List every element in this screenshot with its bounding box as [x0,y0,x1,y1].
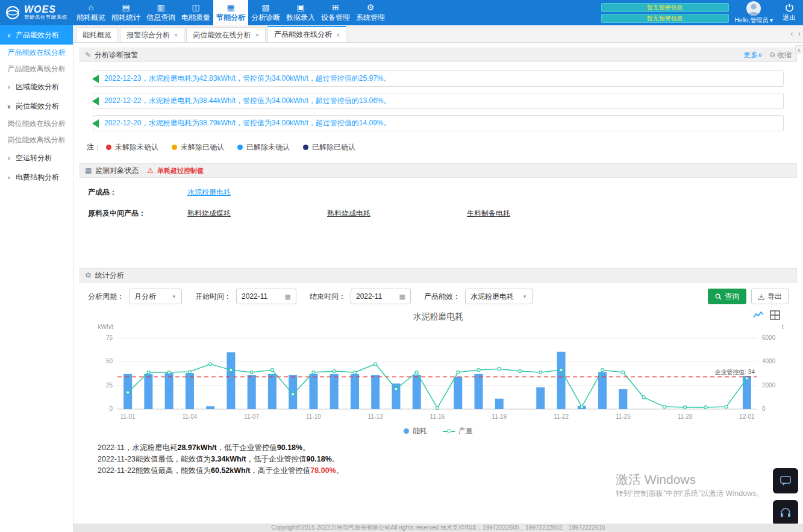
chart-area: 水泥粉磨电耗 kWh/t t 00252000504000756000企业管控值… [80,310,797,440]
legend-output[interactable]: 产量 [443,426,473,436]
summary-line-2: 2022-11-23能效值最低，能效值为3.34kWh/t，低于企业管控值90.… [98,454,797,465]
link-clinker-power[interactable]: 熟料烧成电耗 [327,208,467,219]
panel-title: 分析诊断报警 [95,50,138,60]
svg-text:0: 0 [109,405,113,412]
info-query-icon: ▥ [157,3,164,11]
nav-item-system-management[interactable]: ⚙ 系统管理 [353,0,388,25]
sidebar: ∨ 产品能效分析 产品能效在线分析 产品能效离线分析 › 区域能效分析 ∨ 岗位… [0,25,73,532]
svg-text:11-01: 11-01 [120,413,135,420]
line-chart-view-icon[interactable] [753,310,764,320]
nav-item-data-entry[interactable]: ▣ 数据录入 [283,0,318,25]
svg-text:11-10: 11-10 [306,413,321,420]
nav-item-energy-statistics[interactable]: ▤ 能耗统计 [108,0,143,25]
nav-item-energy-overview[interactable]: ⌂ 能耗概览 [73,0,108,25]
nav-item-energy-saving-analysis[interactable]: ▦ 节能分析 [213,0,248,25]
energy-overview-icon: ⌂ [89,3,93,11]
svg-text:6000: 6000 [762,334,776,341]
sidebar-group-product-efficiency[interactable]: ∨ 产品能效分析 [0,25,73,45]
more-link[interactable]: 更多» [743,50,762,60]
close-icon[interactable]: × [255,31,258,39]
tab-alarm-comprehensive-analysis[interactable]: 报警综合分析 × [120,27,184,42]
logo-subtitle: 智能优化节能系统 [24,14,67,20]
sidebar-item-post-online-analysis[interactable]: 岗位能效在线分析 [0,116,73,132]
floating-widget-2[interactable] [773,500,798,524]
sidebar-group-tariff-structure-analysis[interactable]: › 电费结构分析 [0,167,73,187]
nav-item-power-quality[interactable]: ◫ 电能质量 [178,0,213,25]
collapse-link[interactable]: ⊖ 收缩 [769,50,792,60]
panel-title: 监测对象状态 [95,166,139,176]
alert-banner-1[interactable]: 暂无预警信息 [601,3,729,12]
sidebar-group-region-efficiency[interactable]: › 区域能效分析 [0,77,73,96]
start-time-label: 开始时间： [195,292,231,302]
device-management-icon: ⊞ [332,3,339,11]
floating-widget-1[interactable] [773,468,798,493]
sidebar-item-product-online-analysis[interactable]: 产品能效在线分析 [0,45,73,61]
tab-post-online-analysis[interactable]: 岗位能效在线分析 × [186,27,265,42]
power-icon [785,3,794,12]
start-date-input[interactable]: 2022-11 ▦ [236,289,296,304]
close-icon[interactable]: × [336,31,340,39]
energy-statistics-icon: ▤ [122,3,130,11]
dropdown-caret-icon: ▼ [522,294,527,299]
chat-bubble-icon [780,475,792,487]
scrollbar-up-icon[interactable]: ∧ [795,45,802,54]
alert-flag-icon [92,75,99,83]
legend-energy[interactable]: 能耗 [404,426,427,436]
sidebar-group-idle-run-analysis[interactable]: › 空运转分析 [0,148,73,167]
svg-text:11-16: 11-16 [430,413,445,420]
warning-label: 单耗超过控制值 [157,166,204,175]
nav-item-analysis-diagnosis[interactable]: ▧ 分析诊断 [248,0,283,25]
user-greeting: Hello,管理员 [735,17,769,23]
warning-icon: ⚠ [147,166,154,175]
close-icon[interactable]: × [174,31,178,39]
caret-right-icon: › [6,84,12,90]
system-management-icon: ⚙ [367,3,375,11]
tab-scroll-left-icon[interactable]: ‹ [790,29,793,38]
svg-text:25: 25 [105,382,113,389]
top-header: WOES 智能优化节能系统 ⌂ 能耗概览 ▤ 能耗统计 ▥ 信息查询 ◫ 电能质… [0,0,803,25]
table-view-icon[interactable] [770,310,780,320]
alert-item[interactable]: 2022-12-22，水泥粉磨电耗为38.44kWh/t，管控值为34.00kW… [93,93,784,109]
svg-text:50: 50 [105,358,113,365]
nav-item-info-query[interactable]: ▥ 信息查询 [143,0,178,25]
alert-item[interactable]: 2022-12-23，水泥粉磨电耗为42.83kWh/t，管控值为34.00kW… [93,70,784,87]
alert-flag-icon [92,119,99,128]
status-dot-resolved-confirmed [303,145,308,150]
logout-button[interactable]: 退出 [779,3,799,22]
sidebar-group-post-efficiency[interactable]: ∨ 岗位能效分析 [0,96,73,116]
period-select[interactable]: 月分析 ▼ [129,289,182,304]
caret-down-icon: ∨ [6,32,12,39]
pencil-icon: ✎ [85,51,91,59]
svg-text:11-25: 11-25 [615,413,630,420]
chevron-down-icon: ▾ [770,17,773,23]
tab-product-online-analysis[interactable]: 产品能效在线分析 × [267,26,346,42]
calendar-icon: ▦ [399,293,405,301]
export-button[interactable]: 导出 [751,289,789,304]
svg-text:11-07: 11-07 [244,413,259,420]
logo-title: WOES [24,5,67,14]
copyright-text: Copyright©2015-2022万洲电气股份有限公司All rights … [271,524,605,531]
end-date-input[interactable]: 2022-11 ▦ [351,289,411,304]
query-button[interactable]: 查询 [708,289,746,304]
tab-scroll-right-icon[interactable]: › [798,29,801,38]
dropdown-caret-icon: ▼ [172,294,177,299]
end-time-label: 结束时间： [310,292,346,302]
sidebar-item-post-offline-analysis[interactable]: 岗位能效离线分析 [0,132,73,148]
alert-item[interactable]: 2022-12-20，水泥粉磨电耗为38.79kWh/t，管控值为34.00kW… [93,115,784,131]
link-raw-meal-power[interactable]: 生料制备电耗 [467,208,607,219]
tab-bar: 能耗概览 报警综合分析 × 岗位能效在线分析 × 产品能效在线分析 × ‹ › [73,25,803,43]
link-clinker-coal[interactable]: 熟料烧成煤耗 [187,208,327,219]
caret-down-icon: ∨ [6,103,12,110]
caret-right-icon: › [6,155,12,161]
status-dot-resolved-unconfirmed [237,145,243,150]
sidebar-item-product-offline-analysis[interactable]: 产品能效离线分析 [0,61,73,77]
calendar-icon: ▦ [285,293,291,301]
nav-item-device-management[interactable]: ⊞ 设备管理 [318,0,353,25]
alert-banner-2[interactable]: 暂无预警信息 [601,14,729,23]
bar-series-dot-icon [404,428,409,434]
user-menu[interactable]: Hello,管理员 ▾ [735,1,773,25]
product-efficiency-select[interactable]: 水泥粉磨电耗 ▼ [465,289,533,304]
y-right-unit: t [782,324,784,330]
tab-energy-overview[interactable]: 能耗概览 [76,27,118,42]
link-cement-grinding-power[interactable]: 水泥粉磨电耗 [187,187,327,198]
